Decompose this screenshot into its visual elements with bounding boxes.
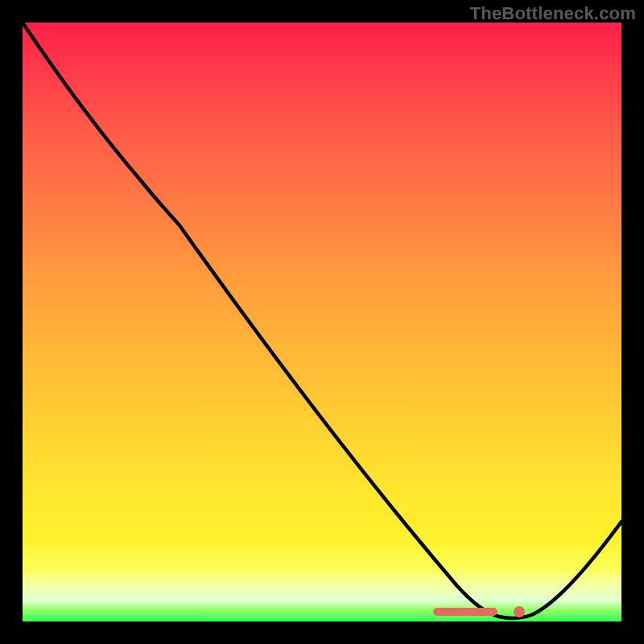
curve-layer xyxy=(23,23,621,621)
optimal-range-marker xyxy=(433,608,497,616)
plot-area xyxy=(23,23,621,621)
watermark-text: TheBottleneck.com xyxy=(470,3,636,24)
bottleneck-curve xyxy=(23,23,621,618)
chart-canvas: TheBottleneck.com xyxy=(0,0,644,644)
